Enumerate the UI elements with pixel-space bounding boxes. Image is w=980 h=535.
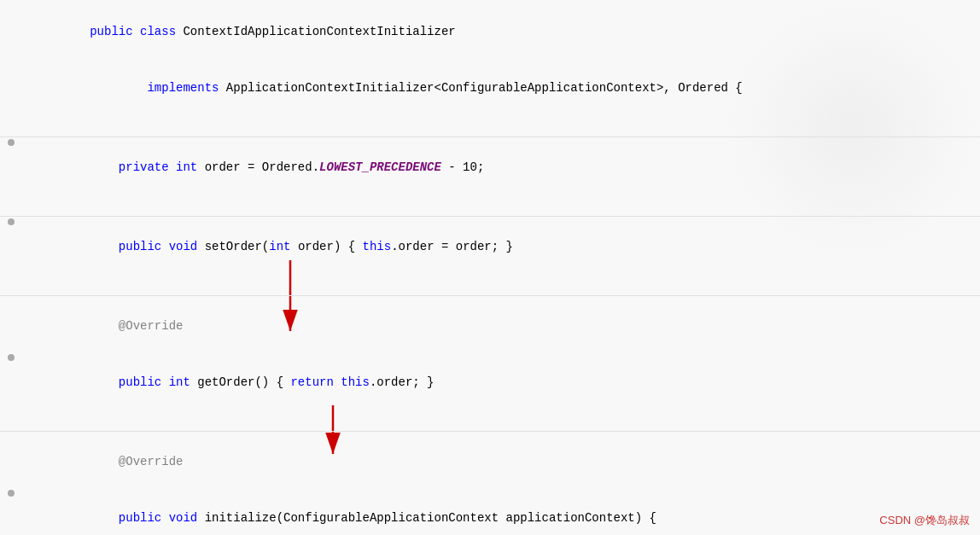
code-line: public void initialize(ConfigurableAppli… — [0, 490, 980, 535]
code-line: public void setOrder(int order) { this.o… — [0, 218, 980, 275]
indent — [90, 375, 119, 389]
line-gutter — [0, 490, 26, 497]
keyword: int — [176, 160, 205, 174]
keyword: public — [90, 25, 140, 38]
code-text: order = Ordered. — [205, 160, 319, 174]
code-text: initialize(ConfigurableApplicationContex… — [205, 511, 656, 525]
keyword: class — [140, 25, 183, 38]
line-content: public void initialize(ConfigurableAppli… — [26, 490, 980, 535]
code-line: implements ApplicationContextInitializer… — [0, 60, 980, 116]
indent — [90, 160, 119, 174]
keyword: void — [169, 240, 205, 253]
code-text — [90, 81, 147, 95]
keyword: public — [119, 375, 169, 389]
keyword: public — [119, 240, 169, 253]
code-text: ContextIdApplicationContextInitializer — [183, 25, 455, 38]
line-content: private int order = Ordered.LOWEST_PRECE… — [26, 139, 980, 195]
annotation: @Override — [119, 455, 184, 468]
code-line: public int getOrder() { return this.orde… — [0, 354, 980, 410]
line-gutter — [0, 218, 26, 225]
separator — [0, 216, 980, 217]
keyword: void — [169, 511, 205, 525]
keyword: this — [341, 375, 370, 389]
line-gutter — [0, 354, 26, 361]
line-gutter — [0, 60, 26, 67]
code-text: .order = order; } — [391, 240, 513, 253]
code-line: @Override — [0, 298, 980, 354]
code-line: @Override — [0, 433, 980, 490]
code-text: .order; } — [370, 375, 435, 389]
code-text: - 10; — [441, 160, 484, 174]
line-content: public void setOrder(int order) { this.o… — [26, 218, 980, 275]
keyword: return — [290, 375, 341, 389]
indent — [90, 511, 119, 525]
keyword: this — [363, 240, 392, 253]
code-line: public class ContextIdApplicationContext… — [0, 3, 980, 60]
keyword: int — [269, 240, 298, 253]
separator — [0, 137, 980, 137]
code-line: private int order = Ordered.LOWEST_PRECE… — [0, 139, 980, 195]
line-content: public int getOrder() { return this.orde… — [26, 354, 980, 410]
line-content: public class ContextIdApplicationContext… — [26, 3, 980, 60]
annotation: @Override — [119, 319, 184, 333]
keyword: int — [169, 375, 198, 389]
keyword: implements — [147, 81, 225, 95]
keyword: private — [119, 160, 176, 174]
separator — [0, 431, 980, 432]
keyword: public — [119, 511, 169, 525]
code-area: public class ContextIdApplicationContext… — [0, 0, 980, 535]
line-gutter — [0, 298, 26, 305]
line-gutter — [0, 3, 26, 10]
code-text: order) { — [298, 240, 363, 253]
line-content: @Override — [26, 433, 980, 490]
code-container: public class ContextIdApplicationContext… — [0, 0, 980, 535]
separator — [0, 295, 980, 296]
blank-line — [0, 275, 980, 294]
blank-line — [0, 195, 980, 214]
indent — [90, 240, 119, 253]
line-content: @Override — [26, 298, 980, 354]
constant: LOWEST_PRECEDENCE — [319, 160, 441, 174]
blank-line — [0, 116, 980, 135]
line-gutter — [0, 433, 26, 440]
code-text: getOrder() { — [197, 375, 290, 389]
code-text: ApplicationContextInitializer<Configurab… — [226, 81, 743, 95]
watermark: CSDN @馋岛叔叔 — [879, 513, 970, 528]
line-gutter — [0, 139, 26, 146]
blank-line — [0, 410, 980, 429]
code-text: setOrder( — [205, 240, 270, 253]
line-content: implements ApplicationContextInitializer… — [26, 60, 980, 116]
indent — [90, 319, 119, 333]
indent — [90, 455, 119, 468]
